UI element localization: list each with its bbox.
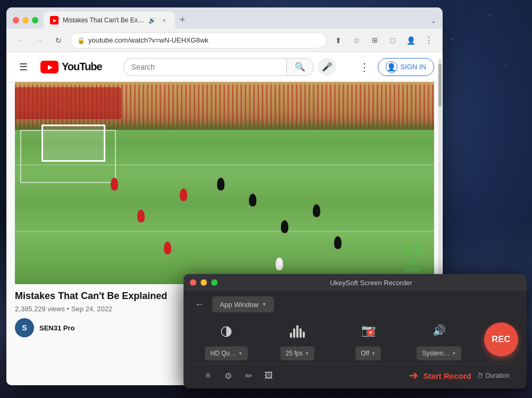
eq-bar-3	[296, 325, 298, 338]
start-record-section: ➜ Start Record ⏱ Duration	[409, 369, 510, 383]
youtube-logo-icon	[40, 61, 59, 73]
rec-start-button[interactable]: REC	[484, 322, 518, 356]
recorder-minimize-button[interactable]	[201, 279, 207, 286]
extensions-button[interactable]: ⊞	[367, 33, 382, 48]
youtube-more-options[interactable]: ⋮	[355, 58, 373, 76]
image-tool-button[interactable]: 🖼	[261, 368, 276, 383]
penalty-box	[20, 130, 116, 183]
eq-bar-5	[303, 331, 305, 338]
youtube-header-right: ⋮ 👤 SIGN IN	[355, 58, 434, 76]
youtube-menu-button[interactable]: ☰	[15, 57, 32, 77]
browser-menu-button[interactable]: ⋮	[421, 33, 436, 48]
camera-icon-wrap: 📷 ×	[361, 324, 376, 337]
bookmark-button[interactable]: ☆	[349, 33, 364, 48]
recorder-mode-dropdown[interactable]: App Window	[212, 296, 274, 312]
window-controls	[13, 17, 44, 29]
recorder-maximize-button[interactable]	[211, 279, 218, 286]
back-button[interactable]: ←	[13, 33, 28, 48]
tab-audio-icon: 🔊	[148, 17, 156, 24]
window-minimize-button[interactable]	[22, 17, 29, 23]
camera-off-indicator: ×	[367, 329, 375, 336]
video-date: Sep 24, 2022	[71, 305, 112, 313]
quality-dropdown[interactable]: HD Qu…	[205, 346, 248, 360]
nav-actions: ⬆ ☆ ⊞ □ 👤 ⋮	[331, 33, 436, 48]
channel-name: SEN31 Pro	[39, 324, 74, 332]
address-bar[interactable]: 🔒 youtube.com/watch?v=wN-UEHXG8wk	[70, 32, 327, 48]
navigation-bar: ← → ↻ 🔒 youtube.com/watch?v=wN-UEHXG8wk …	[6, 29, 443, 52]
settings-button[interactable]: ⚙	[221, 368, 236, 383]
system-audio-dropdown[interactable]: System…	[417, 346, 461, 360]
video-watermark: ❯❯ » SEN31	[402, 242, 423, 273]
recorder-back-button[interactable]: ←	[192, 297, 207, 312]
display-quality-button[interactable]: ◑	[215, 319, 238, 342]
youtube-search-box: 🔍 🎤	[123, 58, 336, 76]
youtube-logo[interactable]: YouTube	[40, 61, 102, 73]
recorder-title: UkeySoft Screen Recorder	[222, 279, 520, 287]
video-player[interactable]: ❯❯ » SEN31	[15, 82, 434, 284]
tab-bar: Mistakes That Can't Be Ex… 🔊 × + ⌄	[6, 7, 443, 29]
rec-button-area: REC	[473, 322, 518, 356]
duration-icon: ⏱	[477, 372, 484, 380]
audio-eq-button[interactable]	[286, 319, 309, 342]
window-close-button[interactable]	[13, 17, 19, 23]
video-date-separator: •	[67, 305, 71, 313]
video-views: 2,385,229 views	[15, 305, 65, 313]
tab-favicon	[50, 16, 59, 24]
watermark-chevrons-2: »	[409, 254, 416, 267]
eq-bar-2	[293, 328, 295, 338]
recorder-titlebar: UkeySoft Screen Recorder	[184, 274, 527, 291]
lock-icon: 🔒	[77, 37, 85, 44]
recorder-close-button[interactable]	[190, 279, 196, 286]
camera-button[interactable]: 📷 ×	[356, 319, 380, 342]
profile-button[interactable]: 👤	[403, 33, 418, 48]
recorder-four-controls: ◑ HD Qu…	[192, 319, 473, 360]
crowd-area	[15, 82, 434, 130]
window-maximize-button[interactable]	[32, 17, 38, 23]
video-content: ❯❯ » SEN31	[15, 82, 434, 284]
new-tab-button[interactable]: +	[175, 14, 190, 29]
signin-icon: 👤	[386, 61, 397, 73]
eq-bar-4	[300, 328, 302, 338]
field-line-2	[15, 231, 434, 232]
recorder-top-row: ← App Window	[192, 296, 518, 312]
channel-avatar: S	[15, 318, 34, 337]
refresh-button[interactable]: ↻	[51, 33, 66, 48]
start-record-label: Start Record	[423, 371, 471, 380]
recorder-window: UkeySoft Screen Recorder ← App Window ◑	[184, 274, 527, 388]
signin-label: SIGN IN	[401, 63, 426, 71]
tab-menu-button[interactable]: ⌄	[431, 17, 436, 29]
start-record-arrow: ➜	[409, 369, 418, 383]
fps-dropdown[interactable]: 25 fps	[280, 346, 315, 360]
forward-button[interactable]: →	[32, 33, 47, 48]
tab-title: Mistakes That Can't Be Ex…	[63, 16, 144, 24]
duration-section: ⏱ Duration	[477, 372, 510, 380]
eq-bar-1	[290, 333, 292, 338]
share-button[interactable]: ⬆	[331, 33, 346, 48]
volume-control-group: 🔊 System…	[405, 319, 473, 360]
brush-tool-button[interactable]: ✏	[241, 368, 256, 383]
reader-mode-button[interactable]: □	[385, 33, 400, 48]
volume-button[interactable]: 🔊	[427, 319, 451, 342]
recorder-bottom-toolbar: ≡ ⚙ ✏ 🖼 ➜ Start Record ⏱ Duration	[192, 363, 518, 383]
youtube-header: ☰ YouTube 🔍 🎤 ⋮ 👤 SIGN IN	[6, 52, 443, 82]
youtube-mic-button[interactable]: 🎤	[318, 58, 336, 76]
list-view-button[interactable]: ≡	[201, 368, 215, 383]
camera-control-group: 📷 × Off	[334, 319, 403, 360]
recorder-body: ← App Window ◑ HD Qu…	[184, 291, 527, 388]
duration-label-text: Duration	[486, 372, 510, 379]
youtube-search-input[interactable]	[123, 58, 286, 76]
recorder-controls-area: ◑ HD Qu…	[192, 319, 518, 360]
camera-dropdown[interactable]: Off	[355, 346, 381, 360]
youtube-signin-button[interactable]: 👤 SIGN IN	[378, 58, 434, 76]
equalizer-bars	[290, 323, 305, 338]
url-text: youtube.com/watch?v=wN-UEHXG8wk	[88, 36, 320, 44]
tab-close-button[interactable]: ×	[160, 16, 169, 24]
scrollbar-thumb[interactable]	[438, 64, 442, 106]
watermark-channel: SEN31	[404, 267, 422, 273]
watermark-chevrons: ❯❯	[402, 242, 423, 254]
youtube-search-button[interactable]: 🔍	[286, 58, 314, 76]
display-control-group: ◑ HD Qu…	[192, 319, 261, 360]
youtube-logo-text: YouTube	[62, 61, 102, 73]
audio-eq-control-group: 25 fps	[263, 319, 331, 360]
active-tab[interactable]: Mistakes That Can't Be Ex… 🔊 ×	[44, 12, 175, 29]
